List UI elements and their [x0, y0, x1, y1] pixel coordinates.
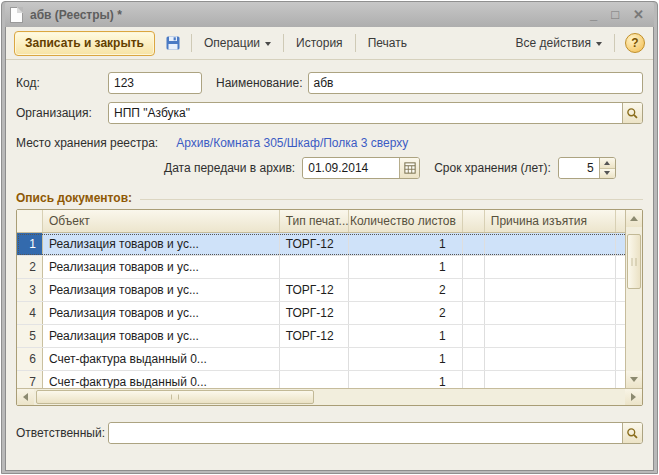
table-row[interactable]: 5 Реализация товаров и ус... ТОРГ-12 1: [17, 325, 642, 348]
operations-menu-button[interactable]: Операции: [198, 32, 277, 54]
spinner-up-icon[interactable]: [600, 158, 615, 168]
vertical-scrollbar-thumb[interactable]: [627, 234, 641, 289]
app-window: абв (Реестры) * _ □ ✕ Записать и закрыть: [1, 1, 658, 474]
horizontal-scrollbar-thumb[interactable]: [36, 390, 314, 404]
transfer-date-label: Дата передачи в архив:: [164, 161, 295, 175]
responsible-field[interactable]: [109, 423, 622, 443]
print-button[interactable]: Печать: [362, 32, 413, 54]
dropdown-arrow-icon: [265, 42, 271, 46]
organization-label: Организация:: [16, 106, 108, 120]
section-divider: [140, 199, 643, 200]
table-body: 1 Реализация товаров и ус... ТОРГ-12 1 2…: [17, 233, 642, 394]
name-field[interactable]: абв: [308, 72, 643, 94]
operations-label: Операции: [204, 36, 260, 50]
code-field[interactable]: 123: [108, 72, 202, 94]
magnifier-icon: [626, 107, 639, 120]
column-header-print-type[interactable]: Тип печат...: [280, 210, 350, 232]
storage-place-link[interactable]: Архив/Комната 305/Шкаф/Полка 3 сверху: [176, 136, 408, 150]
storage-place-label: Место хранения реестра:: [16, 136, 158, 150]
window-title: абв (Реестры) *: [30, 8, 590, 22]
responsible-lookup-button[interactable]: [622, 423, 642, 443]
save-icon: [165, 35, 181, 51]
table-row[interactable]: 4 Реализация товаров и ус... ТОРГ-12 2: [17, 302, 642, 325]
history-button[interactable]: История: [290, 32, 349, 54]
name-label: Наименование:: [216, 76, 303, 90]
organization-field[interactable]: НПП "Азбука": [109, 103, 622, 123]
titlebar: абв (Реестры) * _ □ ✕: [5, 2, 654, 27]
column-header-sheets[interactable]: Количество листов: [349, 210, 462, 232]
documents-table: Объект Тип печат... Количество листов Пр…: [16, 209, 643, 406]
calendar-icon: [404, 162, 416, 174]
minimize-icon[interactable]: _: [590, 8, 597, 22]
toolbar-separator: [191, 34, 192, 52]
maximize-icon[interactable]: □: [611, 8, 619, 22]
close-icon[interactable]: ✕: [633, 8, 644, 22]
organization-lookup-button[interactable]: [622, 103, 642, 123]
save-and-close-button[interactable]: Записать и закрыть: [14, 31, 155, 56]
document-icon: [10, 7, 23, 23]
table-row[interactable]: 2 Реализация товаров и ус... 1: [17, 256, 642, 279]
spinner-down-icon[interactable]: [600, 168, 615, 179]
storage-years-label: Срок хранения (лет):: [434, 161, 551, 175]
column-header-object[interactable]: Объект: [43, 210, 280, 232]
table-row[interactable]: 3 Реализация товаров и ус... ТОРГ-12 2: [17, 279, 642, 302]
column-header-rownum[interactable]: [17, 210, 43, 232]
all-actions-label: Все действия: [516, 36, 591, 50]
documents-section-label: Опись документов:: [16, 191, 132, 205]
toolbar: Записать и закрыть Операции История: [6, 27, 653, 60]
arrow-right-icon[interactable]: [625, 389, 642, 405]
column-header-blank[interactable]: [463, 210, 485, 232]
table-header-row: Объект Тип печат... Количество листов Пр…: [17, 210, 642, 233]
transfer-date-field[interactable]: 01.09.2014: [303, 158, 399, 178]
table-row[interactable]: 1 Реализация товаров и ус... ТОРГ-12 1: [17, 233, 642, 256]
arrow-left-icon[interactable]: [17, 389, 34, 405]
dropdown-arrow-icon: [596, 42, 602, 46]
toolbar-separator: [283, 34, 284, 52]
magnifier-icon: [626, 427, 639, 440]
toolbar-separator: [614, 34, 615, 52]
horizontal-scrollbar[interactable]: [17, 388, 642, 405]
vertical-scrollbar[interactable]: [625, 210, 642, 388]
form-content: Записать и закрыть Операции История: [5, 27, 654, 471]
table-row[interactable]: 6 Счет-фактура выданный 0... 1: [17, 348, 642, 371]
column-header-reason[interactable]: Причина изъятия: [485, 210, 616, 232]
save-button[interactable]: [161, 32, 185, 54]
calendar-button[interactable]: [399, 158, 419, 178]
code-label: Код:: [16, 76, 108, 90]
all-actions-menu-button[interactable]: Все действия: [510, 32, 608, 54]
responsible-label: Ответственный:: [16, 426, 108, 440]
toolbar-separator: [355, 34, 356, 52]
arrow-up-icon[interactable]: [626, 210, 642, 227]
arrow-down-icon[interactable]: [626, 371, 642, 388]
help-button[interactable]: ?: [625, 33, 645, 53]
storage-years-field[interactable]: 5: [559, 158, 599, 178]
